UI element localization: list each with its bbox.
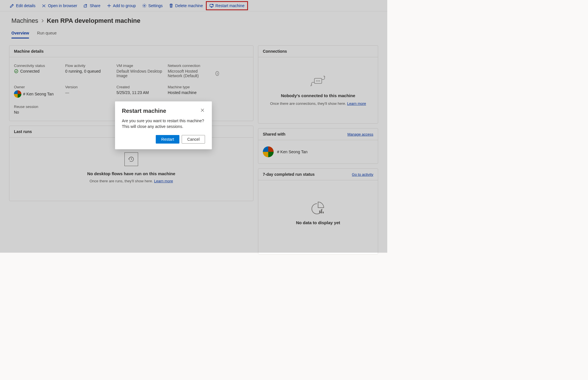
restart-confirm-button[interactable]: Restart (156, 135, 179, 144)
close-icon[interactable] (200, 108, 205, 113)
cancel-button[interactable]: Cancel (182, 135, 205, 144)
dialog-body: Are you sure you want to restart this ma… (122, 118, 205, 129)
restart-confirm-label: Restart (161, 137, 174, 142)
cancel-label: Cancel (187, 137, 200, 142)
dialog-title: Restart machine (122, 108, 166, 114)
restart-dialog: Restart machine Are you sure you want to… (115, 101, 212, 149)
